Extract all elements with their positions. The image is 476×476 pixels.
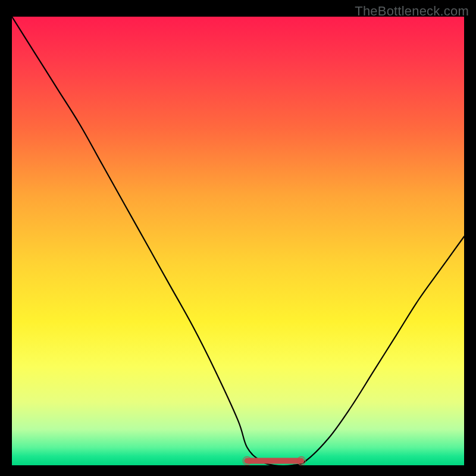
- plot-area: [12, 17, 464, 465]
- chart-frame: TheBottleneck.com: [0, 0, 476, 476]
- curve-layer: [12, 17, 464, 465]
- optimal-range-start-dot: [247, 461, 248, 461]
- bottleneck-curve: [12, 17, 464, 465]
- watermark-text: TheBottleneck.com: [355, 4, 469, 19]
- optimal-range-end-dot: [301, 461, 302, 461]
